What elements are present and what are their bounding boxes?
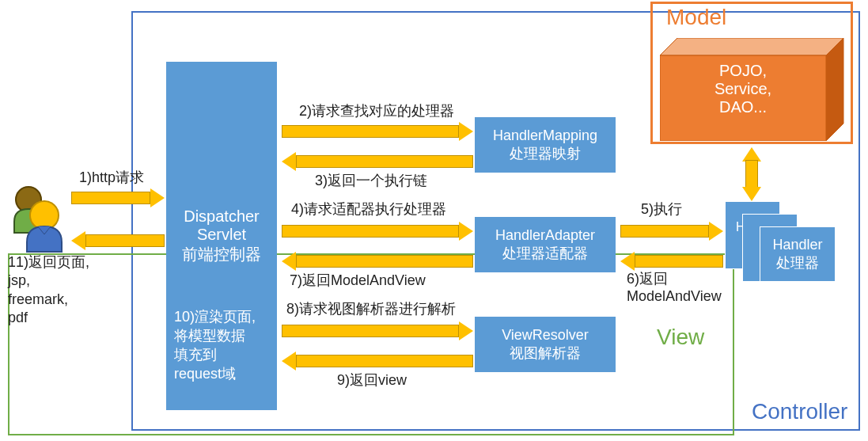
svg-marker-1	[826, 38, 843, 141]
dispatcher-line1: Dispatcher	[182, 207, 261, 226]
step9-label: 9)返回view	[337, 371, 407, 390]
handler-mapping-block: HandlerMapping 处理器映射	[475, 117, 616, 173]
handler-adapter-line2: 处理器适配器	[502, 244, 588, 263]
step2-label: 2)请求查找对应的处理器	[299, 101, 454, 120]
step11-label: 11)返回页面, jsp, freemark, pdf	[8, 253, 89, 328]
step1-label: 1)http请求	[79, 168, 144, 187]
view-resolver-block: ViewResolver 视图解析器	[475, 317, 616, 372]
step10-label: 10)渲染页面, 将模型数据 填充到 request域	[174, 307, 277, 383]
pojo-line1: POJO,	[660, 62, 826, 80]
svg-marker-0	[660, 38, 843, 55]
view-resolver-line2: 视图解析器	[510, 344, 581, 363]
dispatcher-line2: Servlet	[182, 226, 261, 244]
handler-mapping-line1: HandlerMapping	[493, 127, 597, 144]
model-label: Model	[666, 5, 726, 30]
dispatcher-block: Dispatcher Servlet 前端控制器 10)渲染页面, 将模型数据 …	[166, 62, 277, 410]
handler-adapter-block: HandlerAdapter 处理器适配器	[475, 217, 616, 272]
handler-line2: 处理器	[776, 253, 819, 272]
pojo-line2: Service,	[660, 80, 826, 98]
dispatcher-line3: 前端控制器	[182, 244, 261, 265]
step3-label: 3)返回一个执行链	[315, 171, 427, 190]
handler-adapter-line1: HandlerAdapter	[495, 227, 595, 244]
view-resolver-line1: ViewResolver	[502, 327, 589, 344]
users-icon	[6, 182, 70, 257]
step7-label: 7)返回ModelAndView	[290, 271, 426, 290]
step8-label: 8)请求视图解析器进行解析	[286, 299, 456, 318]
pojo-line3: DAO...	[660, 98, 826, 116]
handler-mapping-line2: 处理器映射	[510, 144, 581, 163]
controller-label: Controller	[752, 399, 847, 424]
step6-label: 6)返回 ModelAndView	[627, 271, 722, 305]
handler-block: Handler 处理器	[760, 226, 836, 282]
step4-label: 4)请求适配器执行处理器	[291, 200, 446, 219]
step5-label: 5)执行	[641, 200, 682, 219]
handler-line1: Handler	[772, 237, 822, 253]
svg-point-4	[30, 201, 59, 230]
view-label: View	[657, 325, 704, 350]
